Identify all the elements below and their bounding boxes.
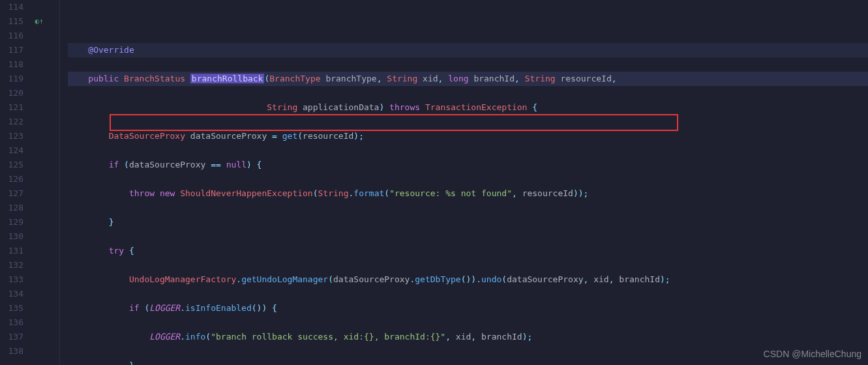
line-number: 127 (0, 186, 23, 201)
line-number: 135 (0, 301, 23, 315)
line-number: 134 (0, 287, 23, 301)
line-number: 130 (0, 229, 23, 244)
line-number: 119 (0, 72, 23, 86)
line-number: 136 (0, 315, 23, 330)
line-number: 114 (0, 0, 23, 14)
line-number: 131 (0, 244, 23, 258)
line-number: 138 (0, 344, 23, 358)
line-number: 122 (0, 115, 23, 129)
line-number: 120 (0, 86, 23, 100)
indent-guide (47, 0, 60, 365)
line-number: 133 (0, 272, 23, 287)
line-number: 123 (0, 129, 23, 143)
line-number: 129 (0, 215, 23, 229)
line-number: 115 (0, 14, 23, 29)
method-name-highlighted: branchRollback (190, 74, 265, 83)
code-area[interactable]: @Override public BranchStatus branchRoll… (60, 0, 868, 365)
code-editor[interactable]: 114 115 116 117 118 119 120 121 122 123 … (0, 0, 868, 365)
line-number: 132 (0, 258, 23, 272)
annotation: @Override (88, 45, 134, 55)
override-gutter-icon[interactable]: ◐↑ (35, 14, 43, 29)
line-number: 125 (0, 158, 23, 172)
line-number: 137 (0, 330, 23, 344)
line-number: 121 (0, 100, 23, 115)
line-number: 128 (0, 201, 23, 215)
gutter-icon-column: ◐↑ (31, 0, 47, 365)
line-number: 118 (0, 57, 23, 72)
watermark-text: CSDN @MichelleChung (764, 347, 861, 361)
line-number: 126 (0, 172, 23, 186)
line-number: 124 (0, 143, 23, 158)
line-number: 116 (0, 29, 23, 43)
line-number-gutter: 114 115 116 117 118 119 120 121 122 123 … (0, 0, 31, 365)
line-number: 117 (0, 43, 23, 57)
